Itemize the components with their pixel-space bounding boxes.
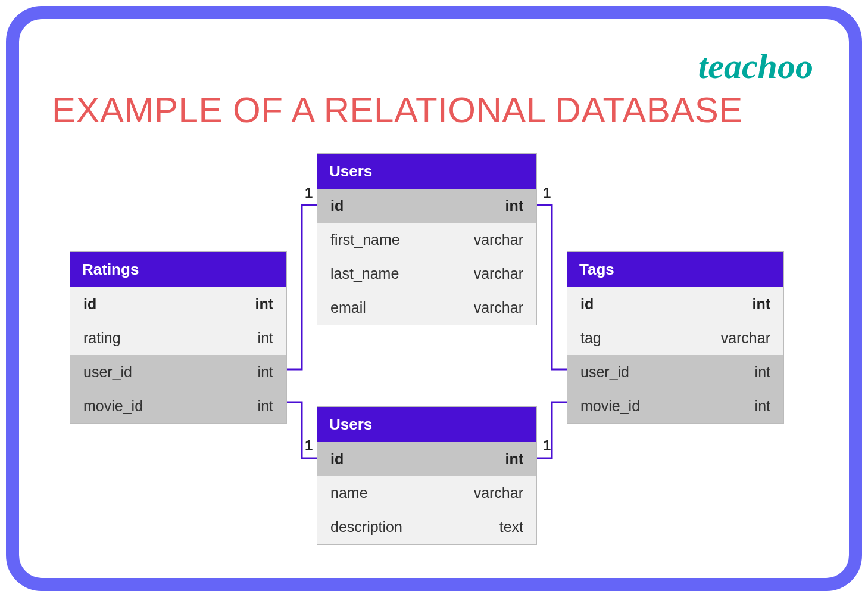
column-type: int [258, 363, 273, 381]
table-row: movie_id int [70, 389, 286, 423]
table-users-top-header: Users [317, 154, 536, 189]
table-row: rating int [70, 321, 286, 355]
table-users-bottom-header: Users [317, 407, 536, 442]
cardinality-label: 1 [543, 185, 551, 201]
diagram-area: Ratings id int rating int user_id int mo… [19, 19, 849, 578]
table-row: description text [317, 510, 536, 544]
cardinality-label: 1 [305, 437, 313, 454]
column-type: int [505, 450, 523, 468]
column-name: movie_id [580, 397, 640, 415]
table-row: user_id int [567, 355, 783, 389]
table-row: first_name varchar [317, 223, 536, 257]
column-type: int [755, 397, 770, 415]
table-row: id int [317, 442, 536, 476]
column-name: id [330, 197, 344, 214]
column-name: id [580, 296, 594, 313]
column-type: int [752, 296, 770, 313]
column-name: last_name [330, 265, 399, 282]
table-row: email varchar [317, 291, 536, 325]
table-tags: Tags id int tag varchar user_id int movi… [567, 251, 784, 424]
column-type: varchar [721, 329, 770, 347]
table-row: name varchar [317, 476, 536, 510]
table-row: id int [317, 189, 536, 223]
column-name: rating [83, 329, 121, 347]
column-type: varchar [474, 299, 523, 316]
table-row: tag varchar [567, 321, 783, 355]
table-users-top: Users id int first_name varchar last_nam… [317, 153, 537, 325]
column-type: int [755, 363, 770, 381]
column-type: varchar [474, 484, 523, 502]
column-name: first_name [330, 231, 400, 248]
column-type: varchar [474, 231, 523, 248]
table-ratings: Ratings id int rating int user_id int mo… [70, 251, 287, 424]
outer-frame: teachoo EXAMPLE OF A RELATIONAL DATABASE… [6, 6, 862, 591]
table-row: user_id int [70, 355, 286, 389]
column-type: varchar [474, 265, 523, 282]
column-name: tag [580, 329, 601, 347]
table-row: id int [567, 287, 783, 321]
column-name: description [330, 518, 402, 536]
column-name: id [83, 296, 96, 313]
column-type: int [505, 197, 523, 214]
table-row: id int [70, 287, 286, 321]
table-row: movie_id int [567, 389, 783, 423]
cardinality-label: 1 [305, 185, 313, 201]
column-name: id [330, 450, 344, 468]
table-ratings-header: Ratings [70, 252, 286, 287]
column-name: email [330, 299, 366, 316]
column-type: text [499, 518, 523, 536]
column-type: int [255, 296, 273, 313]
table-row: last_name varchar [317, 257, 536, 291]
column-type: int [258, 329, 273, 347]
column-name: user_id [580, 363, 629, 381]
column-name: movie_id [83, 397, 143, 415]
column-name: user_id [83, 363, 132, 381]
cardinality-label: 1 [543, 437, 551, 454]
table-tags-header: Tags [567, 252, 783, 287]
column-name: name [330, 484, 368, 502]
table-users-bottom: Users id int name varchar description te… [317, 406, 537, 545]
column-type: int [258, 397, 273, 415]
